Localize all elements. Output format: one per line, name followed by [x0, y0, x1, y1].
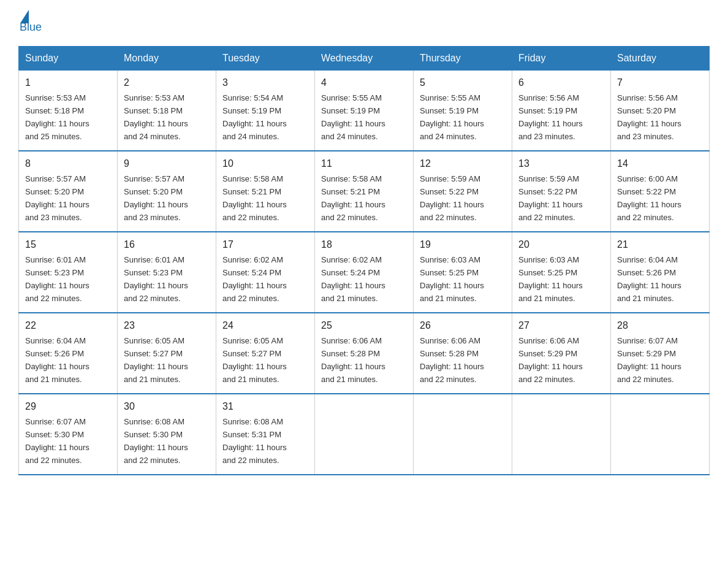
calendar-cell: 6 Sunrise: 5:56 AMSunset: 5:19 PMDayligh…: [512, 71, 611, 151]
day-number: 22: [25, 318, 111, 333]
calendar-cell: 16 Sunrise: 6:01 AMSunset: 5:23 PMDaylig…: [118, 232, 216, 313]
day-info: Sunrise: 6:02 AMSunset: 5:24 PMDaylight:…: [222, 255, 287, 303]
calendar-cell: 25 Sunrise: 6:06 AMSunset: 5:28 PMDaylig…: [315, 313, 414, 394]
weekday-header-friday: Friday: [512, 47, 611, 71]
day-number: 25: [321, 318, 407, 333]
day-info: Sunrise: 6:05 AMSunset: 5:27 PMDaylight:…: [124, 336, 188, 384]
day-number: 11: [321, 156, 407, 171]
day-info: Sunrise: 5:58 AMSunset: 5:21 PMDaylight:…: [321, 174, 385, 222]
day-info: Sunrise: 5:58 AMSunset: 5:21 PMDaylight:…: [222, 174, 287, 222]
calendar-cell: 30 Sunrise: 6:08 AMSunset: 5:30 PMDaylig…: [118, 394, 216, 475]
weekday-header-thursday: Thursday: [414, 47, 512, 71]
day-number: 12: [420, 156, 506, 171]
calendar-cell: 19 Sunrise: 6:03 AMSunset: 5:25 PMDaylig…: [414, 232, 512, 313]
day-info: Sunrise: 6:01 AMSunset: 5:23 PMDaylight:…: [25, 255, 89, 303]
day-info: Sunrise: 5:55 AMSunset: 5:19 PMDaylight:…: [420, 93, 484, 141]
day-info: Sunrise: 6:04 AMSunset: 5:26 PMDaylight:…: [25, 336, 89, 384]
day-number: 10: [222, 156, 308, 171]
day-info: Sunrise: 6:07 AMSunset: 5:30 PMDaylight:…: [25, 417, 89, 465]
calendar-cell: 1 Sunrise: 5:53 AMSunset: 5:18 PMDayligh…: [19, 71, 118, 151]
day-info: Sunrise: 5:57 AMSunset: 5:20 PMDaylight:…: [25, 174, 89, 222]
calendar-cell: 26 Sunrise: 6:06 AMSunset: 5:28 PMDaylig…: [414, 313, 512, 394]
day-number: 16: [124, 237, 210, 252]
day-number: 8: [25, 156, 111, 171]
day-number: 23: [124, 318, 210, 333]
day-number: 17: [222, 237, 308, 252]
calendar-cell: [611, 394, 710, 475]
day-number: 24: [222, 318, 308, 333]
day-info: Sunrise: 6:06 AMSunset: 5:28 PMDaylight:…: [321, 336, 385, 384]
calendar-cell: 28 Sunrise: 6:07 AMSunset: 5:29 PMDaylig…: [611, 313, 710, 394]
weekday-header-row: SundayMondayTuesdayWednesdayThursdayFrid…: [19, 47, 710, 71]
calendar-week-row: 1 Sunrise: 5:53 AMSunset: 5:18 PMDayligh…: [19, 71, 710, 151]
logo-bottom-text: Blue: [20, 21, 42, 34]
calendar-cell: 13 Sunrise: 5:59 AMSunset: 5:22 PMDaylig…: [512, 151, 611, 232]
calendar-cell: 31 Sunrise: 6:08 AMSunset: 5:31 PMDaylig…: [216, 394, 315, 475]
day-info: Sunrise: 6:08 AMSunset: 5:31 PMDaylight:…: [222, 417, 287, 465]
day-number: 20: [518, 237, 604, 252]
calendar-cell: 12 Sunrise: 5:59 AMSunset: 5:22 PMDaylig…: [414, 151, 512, 232]
calendar-cell: 2 Sunrise: 5:53 AMSunset: 5:18 PMDayligh…: [118, 71, 216, 151]
day-number: 18: [321, 237, 407, 252]
calendar-cell: 24 Sunrise: 6:05 AMSunset: 5:27 PMDaylig…: [216, 313, 315, 394]
day-info: Sunrise: 5:57 AMSunset: 5:20 PMDaylight:…: [124, 174, 188, 222]
calendar-week-row: 22 Sunrise: 6:04 AMSunset: 5:26 PMDaylig…: [19, 313, 710, 394]
calendar-cell: 5 Sunrise: 5:55 AMSunset: 5:19 PMDayligh…: [414, 71, 512, 151]
calendar-cell: 3 Sunrise: 5:54 AMSunset: 5:19 PMDayligh…: [216, 71, 315, 151]
calendar-cell: 7 Sunrise: 5:56 AMSunset: 5:20 PMDayligh…: [611, 71, 710, 151]
day-number: 14: [617, 156, 703, 171]
day-number: 7: [617, 75, 703, 90]
calendar-cell: 9 Sunrise: 5:57 AMSunset: 5:20 PMDayligh…: [118, 151, 216, 232]
day-info: Sunrise: 5:54 AMSunset: 5:19 PMDaylight:…: [222, 93, 287, 141]
calendar-cell: 10 Sunrise: 5:58 AMSunset: 5:21 PMDaylig…: [216, 151, 315, 232]
day-number: 15: [25, 237, 111, 252]
calendar-header: SundayMondayTuesdayWednesdayThursdayFrid…: [19, 47, 710, 71]
day-info: Sunrise: 5:53 AMSunset: 5:18 PMDaylight:…: [25, 93, 89, 141]
day-number: 2: [124, 75, 210, 90]
day-number: 5: [420, 75, 506, 90]
logo: Blue: [18, 12, 42, 34]
calendar-table: SundayMondayTuesdayWednesdayThursdayFrid…: [18, 46, 710, 475]
calendar-cell: 23 Sunrise: 6:05 AMSunset: 5:27 PMDaylig…: [118, 313, 216, 394]
day-info: Sunrise: 6:07 AMSunset: 5:29 PMDaylight:…: [617, 336, 681, 384]
day-info: Sunrise: 6:08 AMSunset: 5:30 PMDaylight:…: [124, 417, 188, 465]
calendar-cell: 14 Sunrise: 6:00 AMSunset: 5:22 PMDaylig…: [611, 151, 710, 232]
weekday-header-wednesday: Wednesday: [315, 47, 414, 71]
day-info: Sunrise: 6:01 AMSunset: 5:23 PMDaylight:…: [124, 255, 188, 303]
calendar-cell: 4 Sunrise: 5:55 AMSunset: 5:19 PMDayligh…: [315, 71, 414, 151]
calendar-cell: 21 Sunrise: 6:04 AMSunset: 5:26 PMDaylig…: [611, 232, 710, 313]
day-info: Sunrise: 6:05 AMSunset: 5:27 PMDaylight:…: [222, 336, 287, 384]
calendar-body: 1 Sunrise: 5:53 AMSunset: 5:18 PMDayligh…: [19, 71, 710, 475]
day-number: 29: [25, 399, 111, 414]
calendar-week-row: 8 Sunrise: 5:57 AMSunset: 5:20 PMDayligh…: [19, 151, 710, 232]
calendar-cell: [315, 394, 414, 475]
day-info: Sunrise: 6:03 AMSunset: 5:25 PMDaylight:…: [518, 255, 583, 303]
day-number: 30: [124, 399, 210, 414]
day-info: Sunrise: 6:02 AMSunset: 5:24 PMDaylight:…: [321, 255, 385, 303]
day-info: Sunrise: 6:06 AMSunset: 5:29 PMDaylight:…: [518, 336, 583, 384]
day-info: Sunrise: 6:00 AMSunset: 5:22 PMDaylight:…: [617, 174, 681, 222]
day-number: 13: [518, 156, 604, 171]
day-info: Sunrise: 6:06 AMSunset: 5:28 PMDaylight:…: [420, 336, 484, 384]
weekday-header-monday: Monday: [118, 47, 216, 71]
calendar-cell: 17 Sunrise: 6:02 AMSunset: 5:24 PMDaylig…: [216, 232, 315, 313]
calendar-week-row: 29 Sunrise: 6:07 AMSunset: 5:30 PMDaylig…: [19, 394, 710, 475]
weekday-header-saturday: Saturday: [611, 47, 710, 71]
day-number: 6: [518, 75, 604, 90]
day-number: 4: [321, 75, 407, 90]
page-header: Blue: [18, 12, 710, 34]
day-number: 19: [420, 237, 506, 252]
day-number: 3: [222, 75, 308, 90]
day-number: 1: [25, 75, 111, 90]
day-number: 21: [617, 237, 703, 252]
day-number: 31: [222, 399, 308, 414]
calendar-cell: 15 Sunrise: 6:01 AMSunset: 5:23 PMDaylig…: [19, 232, 118, 313]
day-number: 27: [518, 318, 604, 333]
calendar-cell: 20 Sunrise: 6:03 AMSunset: 5:25 PMDaylig…: [512, 232, 611, 313]
day-number: 28: [617, 318, 703, 333]
calendar-cell: 8 Sunrise: 5:57 AMSunset: 5:20 PMDayligh…: [19, 151, 118, 232]
day-info: Sunrise: 6:04 AMSunset: 5:26 PMDaylight:…: [617, 255, 681, 303]
calendar-cell: 11 Sunrise: 5:58 AMSunset: 5:21 PMDaylig…: [315, 151, 414, 232]
calendar-cell: 29 Sunrise: 6:07 AMSunset: 5:30 PMDaylig…: [19, 394, 118, 475]
calendar-cell: 18 Sunrise: 6:02 AMSunset: 5:24 PMDaylig…: [315, 232, 414, 313]
